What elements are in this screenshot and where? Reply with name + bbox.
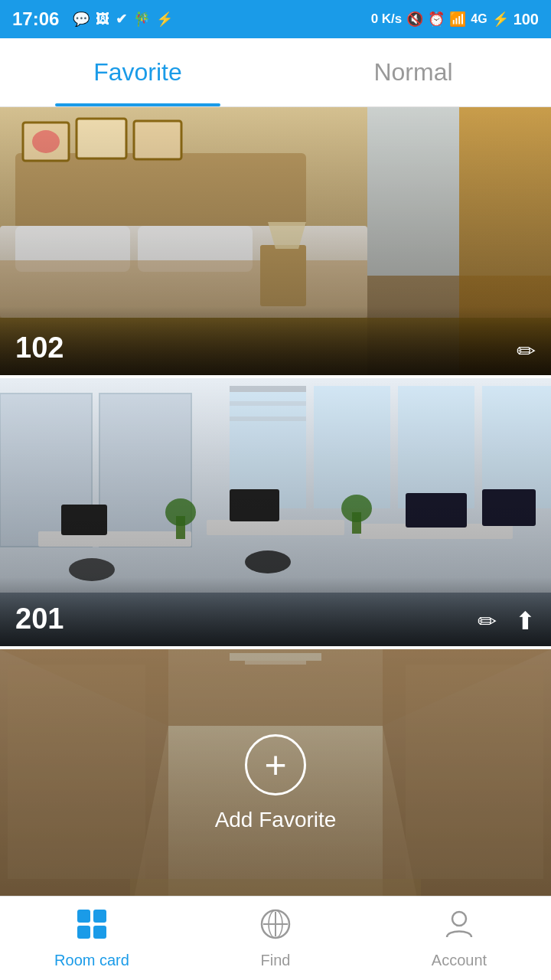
room-201-actions: ✏ ⬆ (478, 606, 536, 635)
add-icon[interactable]: + (245, 734, 306, 795)
add-favorite-card[interactable]: + Add Favorite (0, 649, 551, 917)
room-card-102[interactable]: 102 ✏ (0, 107, 551, 375)
room-201-overlay: 201 ✏ ⬆ (0, 577, 551, 646)
status-bar: 17:06 💬 🖼 ✔ 🎋 ⚡ 0 K/s 🔇 ⏰ 📶 4G ⚡ 100 (0, 0, 551, 38)
nav-account-label: Account (432, 952, 487, 969)
status-left: 17:06 💬 🖼 ✔ 🎋 ⚡ (12, 8, 173, 30)
tab-favorite[interactable]: Favorite (0, 38, 276, 106)
signal-icon: 4G (471, 12, 487, 26)
nav-room-card-label: Room card (54, 952, 129, 969)
edit-201-icon[interactable]: ✏ (478, 608, 497, 635)
wifi-icon: 📶 (449, 11, 466, 28)
nav-account[interactable]: Account (367, 897, 551, 980)
clock-icon: ⏰ (428, 11, 445, 28)
add-favorite-overlay: + Add Favorite (0, 649, 551, 917)
status-time: 17:06 (12, 8, 59, 30)
room-102-overlay: 102 ✏ (0, 306, 551, 375)
content-area: 102 ✏ (0, 107, 551, 917)
svg-rect-55 (77, 926, 90, 939)
image-icon: 🖼 (96, 11, 109, 28)
status-right: 0 K/s 🔇 ⏰ 📶 4G ⚡ 100 (371, 11, 539, 28)
battery: 100 (514, 11, 539, 28)
room-card-icon (76, 908, 108, 947)
add-favorite-label: Add Favorite (215, 808, 337, 832)
person-icon: 🎋 (133, 11, 150, 28)
bottom-nav: Room card Find Account (0, 896, 551, 980)
room-102-number: 102 (15, 332, 64, 364)
svg-rect-54 (93, 910, 106, 923)
svg-rect-56 (93, 926, 106, 939)
nav-find[interactable]: Find (184, 897, 367, 980)
message-icon: 💬 (73, 11, 90, 28)
tab-normal[interactable]: Normal (276, 38, 551, 106)
network-speed: 0 K/s (371, 11, 403, 27)
find-icon (259, 908, 292, 947)
lightning-icon: ⚡ (492, 11, 509, 28)
edit-icon[interactable]: ✏ (517, 338, 536, 364)
upload-201-icon[interactable]: ⬆ (515, 606, 536, 635)
svg-rect-53 (77, 910, 90, 923)
room-201-number: 201 (15, 603, 64, 635)
nav-find-label: Find (261, 952, 291, 969)
mute-icon: 🔇 (406, 11, 423, 28)
nav-room-card[interactable]: Room card (0, 897, 184, 980)
tab-bar: Favorite Normal (0, 38, 551, 107)
svg-point-61 (452, 912, 466, 926)
account-icon (443, 908, 475, 947)
check-icon: ✔ (116, 11, 127, 28)
room-card-201[interactable]: 201 ✏ ⬆ (0, 378, 551, 646)
room-102-actions: ✏ (517, 338, 536, 364)
usb-icon: ⚡ (156, 11, 173, 28)
